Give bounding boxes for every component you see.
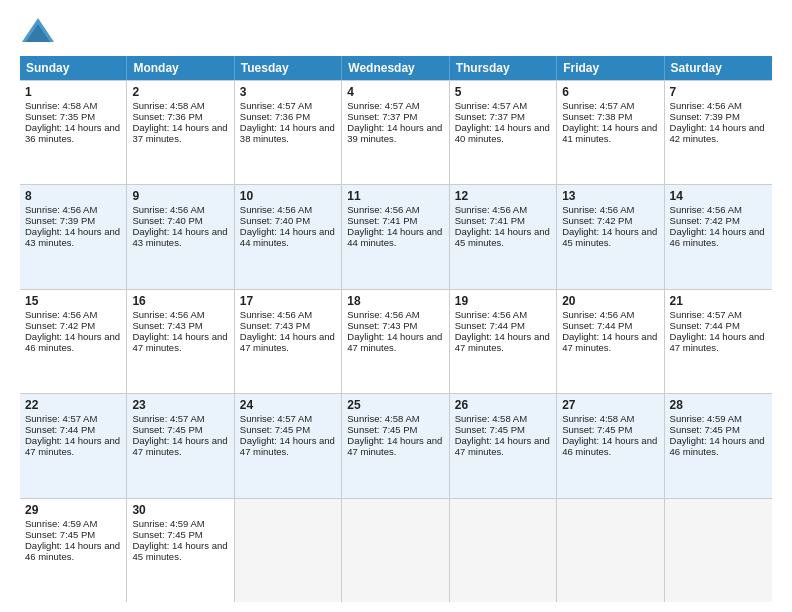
sunset: Sunset: 7:45 PM: [670, 424, 740, 435]
calendar-header-day: Sunday: [20, 56, 127, 80]
daylight: Daylight: 14 hours and 47 minutes.: [455, 331, 550, 353]
calendar-cell: [235, 499, 342, 602]
day-number: 7: [670, 85, 767, 99]
daylight: Daylight: 14 hours and 47 minutes.: [455, 435, 550, 457]
day-number: 16: [132, 294, 228, 308]
page: SundayMondayTuesdayWednesdayThursdayFrid…: [0, 0, 792, 612]
sunrise: Sunrise: 4:56 AM: [455, 309, 527, 320]
sunset: Sunset: 7:36 PM: [132, 111, 202, 122]
day-number: 27: [562, 398, 658, 412]
daylight: Daylight: 14 hours and 43 minutes.: [25, 226, 120, 248]
sunrise: Sunrise: 4:57 AM: [562, 100, 634, 111]
calendar-header-day: Friday: [557, 56, 664, 80]
sunset: Sunset: 7:41 PM: [455, 215, 525, 226]
daylight: Daylight: 14 hours and 36 minutes.: [25, 122, 120, 144]
calendar-cell: [450, 499, 557, 602]
sunrise: Sunrise: 4:56 AM: [25, 309, 97, 320]
sunrise: Sunrise: 4:56 AM: [132, 309, 204, 320]
calendar-cell: 9Sunrise: 4:56 AMSunset: 7:40 PMDaylight…: [127, 185, 234, 288]
calendar-header-day: Wednesday: [342, 56, 449, 80]
day-number: 15: [25, 294, 121, 308]
sunset: Sunset: 7:35 PM: [25, 111, 95, 122]
daylight: Daylight: 14 hours and 47 minutes.: [670, 331, 765, 353]
calendar-row: 29Sunrise: 4:59 AMSunset: 7:45 PMDayligh…: [20, 499, 772, 602]
day-number: 3: [240, 85, 336, 99]
sunrise: Sunrise: 4:59 AM: [670, 413, 742, 424]
sunset: Sunset: 7:44 PM: [562, 320, 632, 331]
day-number: 14: [670, 189, 767, 203]
day-number: 4: [347, 85, 443, 99]
sunset: Sunset: 7:43 PM: [240, 320, 310, 331]
daylight: Daylight: 14 hours and 47 minutes.: [562, 331, 657, 353]
sunrise: Sunrise: 4:56 AM: [562, 309, 634, 320]
sunset: Sunset: 7:41 PM: [347, 215, 417, 226]
daylight: Daylight: 14 hours and 46 minutes.: [670, 435, 765, 457]
sunset: Sunset: 7:36 PM: [240, 111, 310, 122]
day-number: 18: [347, 294, 443, 308]
daylight: Daylight: 14 hours and 47 minutes.: [132, 331, 227, 353]
sunrise: Sunrise: 4:57 AM: [132, 413, 204, 424]
daylight: Daylight: 14 hours and 47 minutes.: [240, 331, 335, 353]
daylight: Daylight: 14 hours and 41 minutes.: [562, 122, 657, 144]
daylight: Daylight: 14 hours and 38 minutes.: [240, 122, 335, 144]
sunrise: Sunrise: 4:57 AM: [455, 100, 527, 111]
calendar-cell: 20Sunrise: 4:56 AMSunset: 7:44 PMDayligh…: [557, 290, 664, 393]
sunrise: Sunrise: 4:57 AM: [240, 100, 312, 111]
calendar-header-day: Thursday: [450, 56, 557, 80]
calendar-row: 15Sunrise: 4:56 AMSunset: 7:42 PMDayligh…: [20, 290, 772, 394]
day-number: 12: [455, 189, 551, 203]
calendar-row: 1Sunrise: 4:58 AMSunset: 7:35 PMDaylight…: [20, 81, 772, 185]
sunrise: Sunrise: 4:56 AM: [240, 309, 312, 320]
daylight: Daylight: 14 hours and 43 minutes.: [132, 226, 227, 248]
calendar-cell: 18Sunrise: 4:56 AMSunset: 7:43 PMDayligh…: [342, 290, 449, 393]
sunset: Sunset: 7:45 PM: [562, 424, 632, 435]
calendar-cell: 13Sunrise: 4:56 AMSunset: 7:42 PMDayligh…: [557, 185, 664, 288]
day-number: 26: [455, 398, 551, 412]
sunset: Sunset: 7:39 PM: [670, 111, 740, 122]
calendar-cell: 26Sunrise: 4:58 AMSunset: 7:45 PMDayligh…: [450, 394, 557, 497]
sunset: Sunset: 7:37 PM: [347, 111, 417, 122]
sunset: Sunset: 7:45 PM: [132, 529, 202, 540]
day-number: 6: [562, 85, 658, 99]
sunrise: Sunrise: 4:58 AM: [132, 100, 204, 111]
sunrise: Sunrise: 4:57 AM: [347, 100, 419, 111]
sunrise: Sunrise: 4:56 AM: [132, 204, 204, 215]
day-number: 11: [347, 189, 443, 203]
calendar-cell: 23Sunrise: 4:57 AMSunset: 7:45 PMDayligh…: [127, 394, 234, 497]
daylight: Daylight: 14 hours and 47 minutes.: [347, 435, 442, 457]
calendar-cell: 14Sunrise: 4:56 AMSunset: 7:42 PMDayligh…: [665, 185, 772, 288]
calendar: SundayMondayTuesdayWednesdayThursdayFrid…: [20, 56, 772, 602]
sunset: Sunset: 7:44 PM: [25, 424, 95, 435]
calendar-cell: 3Sunrise: 4:57 AMSunset: 7:36 PMDaylight…: [235, 81, 342, 184]
day-number: 8: [25, 189, 121, 203]
sunset: Sunset: 7:40 PM: [132, 215, 202, 226]
calendar-header: SundayMondayTuesdayWednesdayThursdayFrid…: [20, 56, 772, 80]
calendar-cell: 19Sunrise: 4:56 AMSunset: 7:44 PMDayligh…: [450, 290, 557, 393]
calendar-cell: 22Sunrise: 4:57 AMSunset: 7:44 PMDayligh…: [20, 394, 127, 497]
sunset: Sunset: 7:45 PM: [25, 529, 95, 540]
calendar-cell: [342, 499, 449, 602]
sunset: Sunset: 7:37 PM: [455, 111, 525, 122]
calendar-cell: 27Sunrise: 4:58 AMSunset: 7:45 PMDayligh…: [557, 394, 664, 497]
calendar-cell: 10Sunrise: 4:56 AMSunset: 7:40 PMDayligh…: [235, 185, 342, 288]
calendar-cell: 2Sunrise: 4:58 AMSunset: 7:36 PMDaylight…: [127, 81, 234, 184]
day-number: 9: [132, 189, 228, 203]
daylight: Daylight: 14 hours and 45 minutes.: [455, 226, 550, 248]
calendar-cell: 24Sunrise: 4:57 AMSunset: 7:45 PMDayligh…: [235, 394, 342, 497]
calendar-cell: 25Sunrise: 4:58 AMSunset: 7:45 PMDayligh…: [342, 394, 449, 497]
daylight: Daylight: 14 hours and 46 minutes.: [562, 435, 657, 457]
day-number: 25: [347, 398, 443, 412]
logo: [20, 16, 60, 46]
daylight: Daylight: 14 hours and 44 minutes.: [240, 226, 335, 248]
day-number: 10: [240, 189, 336, 203]
sunrise: Sunrise: 4:56 AM: [347, 309, 419, 320]
calendar-cell: 16Sunrise: 4:56 AMSunset: 7:43 PMDayligh…: [127, 290, 234, 393]
sunrise: Sunrise: 4:56 AM: [347, 204, 419, 215]
calendar-cell: 15Sunrise: 4:56 AMSunset: 7:42 PMDayligh…: [20, 290, 127, 393]
sunrise: Sunrise: 4:56 AM: [455, 204, 527, 215]
daylight: Daylight: 14 hours and 42 minutes.: [670, 122, 765, 144]
day-number: 19: [455, 294, 551, 308]
daylight: Daylight: 14 hours and 44 minutes.: [347, 226, 442, 248]
day-number: 21: [670, 294, 767, 308]
daylight: Daylight: 14 hours and 37 minutes.: [132, 122, 227, 144]
